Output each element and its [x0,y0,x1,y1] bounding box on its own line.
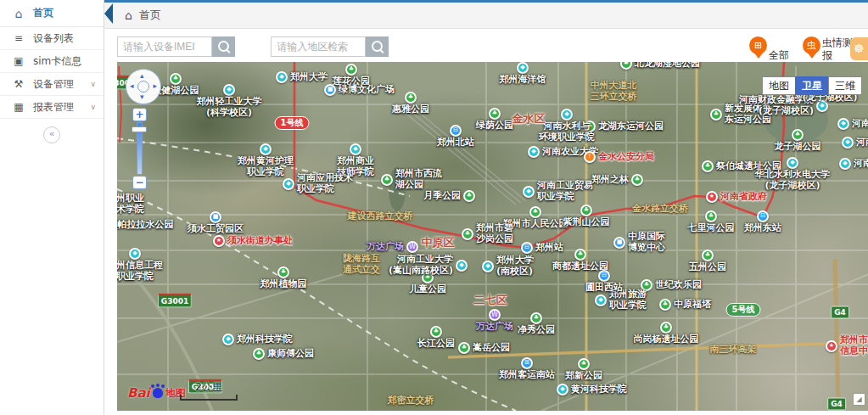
college-marker-icon: ◆ [787,157,798,169]
park-marker-icon: ♣ [463,190,475,202]
toolbar: ⊞全部虫虫情测报 ☸ [117,36,868,60]
sidebar-toggle-arrow-icon[interactable] [104,3,113,24]
pan-center-icon[interactable] [137,81,149,93]
map-scale: 2公里 [180,380,238,401]
imei-search-input[interactable] [117,36,212,57]
college-marker-icon: ◆ [839,158,851,170]
park-marker-icon: ♣ [430,326,442,338]
rail-marker-icon: ⊟ [598,270,610,282]
poi-label: 紫荆山公园 [563,217,610,228]
map-pan-control[interactable]: ▴ ▾ ◂ ▸ [126,69,161,104]
sidebar-item[interactable]: ⚒设备管理∨ [0,73,104,96]
poi-label: 奥帕拉拉水公园 [117,220,174,231]
zoom-in-button[interactable]: + [132,108,147,121]
poi-label: 郑新公园 [565,371,602,382]
map-corner-control[interactable]: ◢ [853,393,865,406]
poi-label: 中州大道北 三环立交桥 [591,81,637,102]
list-icon: ≡ [12,32,25,44]
college-marker-icon: ◆ [528,146,540,158]
poi-label: 1号线 [275,116,310,130]
poi-label: 河南 [854,159,868,170]
college-marker-icon: ◆ [283,178,294,190]
poi-label: 河南省政府 [720,192,767,203]
poi-label: 华北水利水电大学 (龙子湖校区) [755,170,830,191]
sim-icon: ▣ [12,55,25,67]
college-marker-icon: ◆ [260,143,272,155]
map-type-button[interactable]: 卫星 [795,76,829,95]
device-icon: ⚒ [12,78,25,90]
map-type-button[interactable]: 三维 [828,76,862,95]
poi-label: 郑州科技学院 [237,334,293,345]
map-canvas[interactable]: ▴ ▾ ◂ ▸ + − 地图卫星三维 Bai 地图 2公里 ◢ ♣天健湖公园♣莲… [117,62,868,411]
poi-label: 须水工贸园区 [188,224,244,235]
poi-label: 二七区 [474,294,507,307]
poi-label: 金水路立交桥 [632,204,688,215]
region-search-group [271,36,389,57]
park-marker-icon: ♣ [345,64,357,76]
park-marker-icon: ♣ [253,348,265,360]
sidebar-item[interactable]: ≡设备列表 [0,27,104,50]
baidu-paw-icon [153,388,163,398]
poi-label: 龙湖东运河公园 [598,121,664,132]
park-marker-icon: ♣ [381,174,393,186]
park-marker-icon: ♣ [170,73,182,85]
poi-label: 五州公园 [689,262,726,273]
region-search-button[interactable] [366,36,389,57]
zoom-out-button[interactable]: − [132,176,147,189]
legend-bug[interactable]: 虫虫情测报 [803,36,854,61]
chevron-down-icon: ∨ [90,80,96,88]
park-marker-icon: ♣ [530,312,542,324]
park-marker-icon: ♣ [631,174,643,186]
imei-search-button[interactable] [212,36,235,57]
report-icon: ▦ [12,101,25,113]
legend-grid[interactable]: ⊞全部 [749,36,789,61]
sidebar-item[interactable]: ▣sim卡信息 [0,50,104,73]
poi-label: 龙子湖公园 [775,142,821,153]
sidebar: ⌂ 首页 ≡设备列表▣sim卡信息⚒设备管理∨▦报表管理∨ « [0,0,104,415]
poi-label: 郑州大学 [290,72,328,83]
college-marker-icon: ◆ [517,62,529,74]
college-marker-icon: ◆ [842,137,854,149]
poi-label: 黄河科技学院 [571,384,627,395]
college-marker-icon: ◆ [223,84,235,96]
poi-label: 郑州海洋馆 [500,75,546,86]
pan-left-icon[interactable]: ◂ [130,82,134,90]
pan-right-icon[interactable]: ▸ [153,82,157,90]
poi-label: 中原区 [422,237,455,250]
map-type-button[interactable]: 地图 [762,76,796,95]
poi-label: 建设西路立交桥 [348,211,413,222]
poi-label: 河南工业贸易 职业学院 [537,181,593,202]
poi-label: 郑州大学 (南校区) [496,255,534,277]
poi-label: 北龙湖湿地公园 [635,62,700,69]
alert-marker-icon: ! [584,151,596,163]
poi-label: 郑密立交桥 [388,395,434,407]
mall-marker-icon: W [489,309,501,321]
park-marker-icon: ♣ [660,322,672,334]
poi-label: 河南 [856,137,868,149]
settings-gear-button[interactable]: ☸ [850,37,868,60]
zoom-slider-handle[interactable] [132,126,147,132]
region-search-input[interactable] [271,36,366,57]
poi-label: 嵩岳公园 [473,343,510,354]
bus-marker-icon: ⊞ [521,357,533,369]
park-marker-icon: ♣ [702,160,714,172]
poi-label: 5号线 [726,303,761,317]
sidebar-item-home[interactable]: ⌂ 首页 [0,0,104,27]
pan-up-icon[interactable]: ▴ [140,72,144,80]
college-marker-icon: ◆ [129,248,141,260]
park-marker-icon: ♣ [458,342,470,354]
pan-down-icon[interactable]: ▾ [140,93,144,101]
poi-label: 河南工业大学 (嵩山南路校区) [389,255,453,276]
poi-label: 万达广场 [367,242,404,253]
main-area: ⌂ 首页 ⊞全部虫虫情测报 ☸ [104,0,868,415]
sidebar-item-label: 设备列表 [33,31,74,46]
park-marker-icon: ♣ [578,358,590,370]
poi-label: 郑州市西流 湖公园 [395,169,442,190]
poi-label: 绿博文化广场 [339,85,395,96]
gov-marker-icon: ★ [706,191,718,203]
place-marker-icon: ■ [613,237,625,249]
sidebar-collapse-button[interactable]: « [43,126,60,143]
sidebar-item[interactable]: ▦报表管理∨ [0,96,104,119]
baidu-logo: Bai 地图 [127,385,186,401]
sidebar-item-label: sim卡信息 [33,54,81,69]
